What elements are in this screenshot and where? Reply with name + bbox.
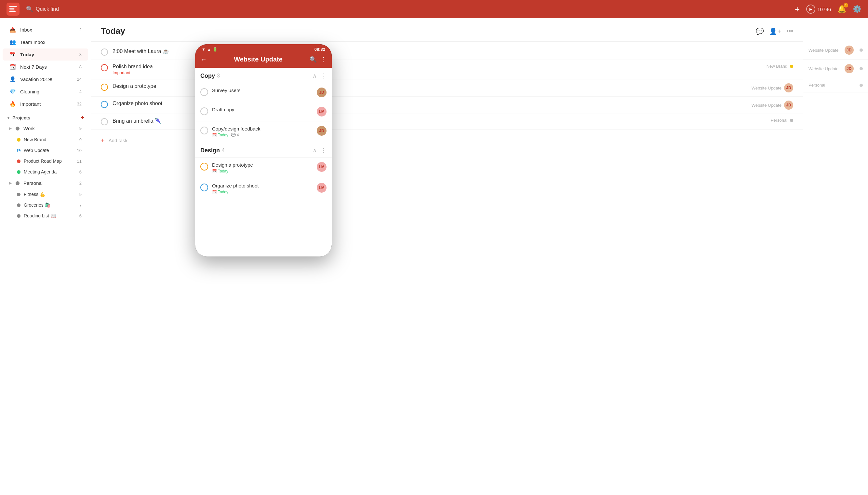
photoshoot-date: 📅 Today [212,190,228,194]
right-panel-dot-3 [860,84,863,87]
task-checkbox-1[interactable] [101,49,108,56]
task-project-3: Website Update [751,86,781,90]
new-brand-label: New Brand [24,137,76,142]
settings-button[interactable]: ⚙️ [853,5,862,13]
task-project-5: Personal [771,118,787,123]
sidebar-item-fitness[interactable]: Fitness 💪 9 [3,189,88,200]
sidebar-item-product-road-map[interactable]: Product Road Map 11 [3,156,88,166]
phone-task-prototype[interactable]: Design a prototype 📅 Today LM [195,157,332,178]
sidebar-item-important[interactable]: 🔥 Important 32 [3,98,88,110]
task-checkbox-2[interactable] [101,64,108,71]
copy-collapse-icon[interactable]: ∧ [313,72,317,80]
work-dot [16,126,19,131]
photoshoot-checkbox[interactable] [200,184,208,191]
copy-section-count: 3 [217,73,220,79]
comment-icon-small: 💬 [231,133,236,137]
sidebar-item-cleaning[interactable]: 💎 Cleaning 4 [3,86,88,98]
photoshoot-avatar: LM [317,183,326,193]
feedback-comments: 💬 4 [231,133,239,137]
sidebar-item-today[interactable]: 📅 Today 8 [3,49,88,61]
sidebar-item-inbox[interactable]: 📥 Inbox 2 [3,24,88,36]
draft-content: Draft copy [212,107,313,112]
svg-rect-1 [9,8,14,10]
content-area: Today 💬 👤+ ••• 2:00 Meet with Laura ☕ [91,18,803,495]
feedback-date-text: Today [218,133,228,137]
prototype-checkbox[interactable] [200,163,208,171]
calendar-icon-2: 📅 [212,169,217,173]
phone-task-draft[interactable]: Draft copy LM [195,102,332,121]
sidebar-item-new-brand[interactable]: New Brand 9 [3,134,88,145]
photoshoot-name: Organize photo shoot [212,183,313,188]
today-icon: 📅 [9,51,16,57]
prototype-meta: 📅 Today [212,169,313,173]
sidebar-item-personal[interactable]: ▶ Personal 2 [3,177,88,189]
feedback-checkbox[interactable] [200,126,208,134]
sidebar-item-meeting-agenda[interactable]: Meeting Agenda 6 [3,167,88,177]
cleaning-label: Cleaning [20,89,75,95]
signal-icon: ▲ [207,47,211,52]
sidebar-item-team-inbox[interactable]: 👥 Team Inbox [3,36,88,48]
projects-section[interactable]: ▼ Projects + [0,110,91,122]
phone-header-actions: 🔍 ⋮ [309,56,326,63]
sidebar-item-web-update[interactable]: Web Update 10 [3,145,88,156]
phone-back-button[interactable]: ← [200,56,207,63]
phone-copy-section-header: Copy 3 ∧ ⋮ [195,68,332,83]
task-checkbox-4[interactable] [101,101,108,108]
next7days-icon: 📆 [9,64,16,70]
add-person-icon[interactable]: 👤+ [769,27,781,35]
task-project-4: Website Update [751,103,781,108]
important-count: 32 [77,102,82,106]
task-project-2: New Brand [766,64,787,69]
phone-status-bar: ▼ ▲ 🔋 08:32 [195,44,332,53]
svg-point-4 [18,149,19,151]
task-checkbox-5[interactable] [101,118,108,125]
sidebar-item-reading-list[interactable]: Reading List 📖 6 [3,210,88,221]
today-count: 8 [79,52,82,57]
right-panel-project-2: Website Update [809,66,838,71]
sidebar-item-work[interactable]: ▶ Work 9 [3,123,88,134]
feedback-avatar: JD [317,126,326,136]
karma-value: 10786 [817,6,831,12]
phone-search-icon[interactable]: 🔍 [309,56,317,63]
more-options-icon[interactable]: ••• [786,27,793,35]
design-collapse-icon[interactable]: ∧ [313,147,317,154]
main-layout: 📥 Inbox 2 👥 Team Inbox 📅 Today 8 📆 Next … [0,18,868,495]
inbox-icon: 📥 [9,27,16,33]
task-meta-2: New Brand [766,64,793,69]
search-bar[interactable]: 🔍 Quick find [26,5,795,13]
add-project-button[interactable]: + [81,114,84,121]
phone-more-icon[interactable]: ⋮ [321,56,326,63]
task-avatar-3: JD [784,83,793,92]
add-button[interactable]: + [795,4,800,14]
project-dot-5 [790,119,793,122]
phone-task-survey[interactable]: Survey users JD [195,83,332,102]
copy-more-icon[interactable]: ⋮ [321,72,326,80]
important-label: Important [20,101,73,107]
survey-name: Survey users [212,88,313,93]
team-inbox-label: Team Inbox [20,39,82,45]
sidebar-item-next7days[interactable]: 📆 Next 7 Days 8 [3,61,88,73]
topbar-right: + ▶ 10786 🔔 1 ⚙️ [795,4,862,14]
comment-icon[interactable]: 💬 [756,27,764,35]
personal-dot [16,181,19,185]
sidebar-item-vacation[interactable]: 👤 Vacation 2019! 24 [3,73,88,85]
vacation-icon: 👤 [9,76,16,82]
meeting-agenda-dot [17,170,20,174]
phone-task-feedback[interactable]: Copy/design feedback 📅 Today 💬 4 [195,121,332,142]
feedback-name: Copy/design feedback [212,126,313,132]
sidebar-item-groceries[interactable]: Groceries 🛍️ 7 [3,200,88,210]
svg-rect-0 [9,6,17,7]
notifications-button[interactable]: 🔔 1 [837,5,846,13]
add-task-label: Add task [109,138,127,143]
phone-task-photoshoot[interactable]: Organize photo shoot 📅 Today LM [195,178,332,199]
survey-checkbox[interactable] [200,88,208,96]
feedback-meta: 📅 Today 💬 4 [212,133,313,137]
photoshoot-meta: 📅 Today [212,190,313,194]
right-panel-row-1: Website Update JD [803,41,868,59]
task-checkbox-3[interactable] [101,84,108,91]
draft-checkbox[interactable] [200,107,208,115]
design-more-icon[interactable]: ⋮ [321,147,326,154]
app-logo[interactable] [6,3,19,16]
prototype-date: 📅 Today [212,169,228,173]
vacation-label: Vacation 2019! [20,76,73,82]
